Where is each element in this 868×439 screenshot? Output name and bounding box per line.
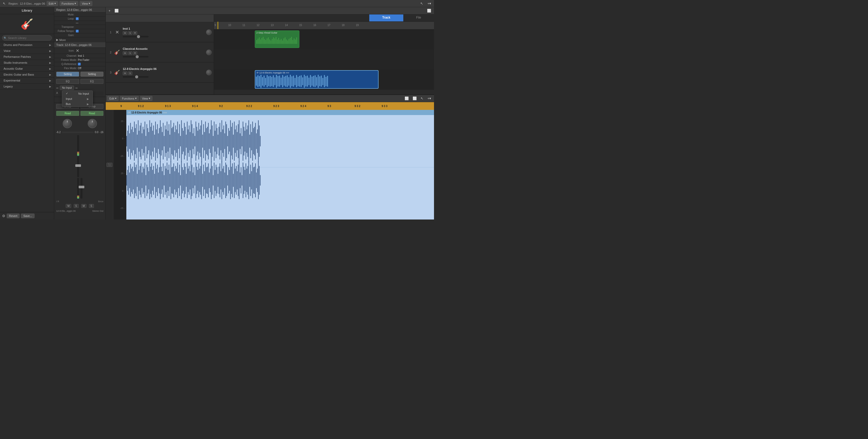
dropdown-item-input[interactable]: Input ▶ bbox=[62, 96, 93, 101]
region-arpeggio-track[interactable]: ⟳ 12-8 Electric Arpeggio 06 ∞∞ bbox=[255, 70, 378, 89]
no-input-dropdown[interactable]: No Input bbox=[60, 86, 74, 90]
s-btn-2[interactable]: S bbox=[89, 204, 94, 208]
arrow-tool-btn[interactable]: ↖ bbox=[2, 1, 7, 6]
library-search-area bbox=[0, 34, 54, 42]
svg-rect-11 bbox=[271, 40, 271, 44]
svg-rect-254 bbox=[159, 167, 160, 193]
record-btn-2[interactable]: R bbox=[133, 51, 137, 55]
solo-btn-2[interactable]: S bbox=[128, 51, 132, 55]
record-btn-1[interactable]: R bbox=[133, 31, 137, 35]
region-2step-guitar[interactable]: 2-Step Ahead Guitar bbox=[255, 30, 300, 48]
m-btn-1[interactable]: M bbox=[66, 204, 71, 208]
fader-track-2[interactable] bbox=[81, 178, 83, 198]
svg-rect-39 bbox=[267, 75, 268, 87]
read-btn-2[interactable]: Read bbox=[81, 111, 103, 116]
library-item-electric[interactable]: Electric Guitar and Bass ▶ bbox=[0, 72, 54, 77]
svg-rect-172 bbox=[216, 124, 216, 158]
search-input[interactable] bbox=[2, 35, 52, 40]
fader-knob-1[interactable] bbox=[137, 35, 140, 38]
follow-tempo-checkbox[interactable]: ✓ bbox=[76, 30, 79, 32]
audio-functions-btn[interactable]: Functions ▾ bbox=[120, 96, 139, 101]
add-tool-btn[interactable]: +▾ bbox=[426, 1, 432, 6]
library-item-legacy[interactable]: Legacy ▶ bbox=[0, 84, 54, 90]
svg-rect-302 bbox=[205, 162, 206, 198]
edit-btn[interactable]: Edit ▾ bbox=[47, 1, 58, 6]
revert-btn[interactable]: Revert bbox=[7, 214, 20, 218]
library-item-acoustic[interactable]: Acoustic Guitar ▶ bbox=[0, 66, 54, 72]
svg-rect-289 bbox=[193, 173, 193, 188]
s-btn-1[interactable]: S bbox=[74, 204, 79, 208]
audio-view-btn[interactable]: View ▾ bbox=[140, 96, 153, 101]
region-header: Region: 12-8 Elec...eggio 06 bbox=[54, 7, 105, 13]
aspect-btn[interactable]: ⬜ bbox=[426, 8, 432, 13]
mute-btn-2[interactable]: M bbox=[123, 51, 127, 55]
library-item-experimental[interactable]: Experimental ▶ bbox=[0, 77, 54, 84]
svg-rect-83 bbox=[130, 123, 131, 159]
fader-2[interactable] bbox=[123, 56, 149, 58]
audio-edit-btn[interactable]: Edit ▾ bbox=[107, 96, 119, 101]
audio-editor-toolbar: Edit ▾ Functions ▾ View ▾ ⬜ ⬜ ↖ +▾ bbox=[106, 95, 434, 102]
eq-btn-2[interactable]: EQ bbox=[81, 79, 103, 84]
setting-btn-2[interactable]: Setting bbox=[81, 72, 103, 76]
svg-rect-148 bbox=[193, 133, 193, 149]
library-item-voice[interactable]: Voice ▶ bbox=[0, 48, 54, 54]
library-item-studio[interactable]: Studio Instruments ▶ bbox=[0, 60, 54, 66]
media-btn[interactable]: ⬜ bbox=[113, 8, 120, 13]
svg-rect-343 bbox=[245, 170, 245, 191]
svg-rect-290 bbox=[194, 167, 194, 193]
view-btn[interactable]: View ▾ bbox=[80, 1, 92, 6]
ruler-mark-933: 9 3 3 bbox=[382, 105, 387, 107]
db-label-2: 0.0 bbox=[95, 131, 98, 134]
track-canvas-area: Track File 9 10 11 12 13 bbox=[214, 14, 434, 94]
fader-3[interactable] bbox=[123, 76, 149, 77]
expand-track-btn[interactable]: ⬛ bbox=[106, 163, 113, 167]
icon-row: Icon: ✕ bbox=[54, 48, 105, 54]
setting-btn-1[interactable]: Setting bbox=[56, 72, 79, 76]
pan-knob-2[interactable] bbox=[88, 119, 97, 128]
library-item-performance[interactable]: Performance Patches ▶ bbox=[0, 54, 54, 60]
fader-knob-2[interactable] bbox=[136, 55, 139, 58]
svg-rect-190 bbox=[233, 135, 234, 148]
pointer-tool-btn[interactable]: ↖ bbox=[419, 1, 425, 6]
pan-knob-1[interactable] bbox=[63, 119, 72, 128]
save-btn[interactable]: Save... bbox=[21, 214, 34, 218]
fader-knob-3[interactable] bbox=[135, 75, 138, 79]
read-btn-1[interactable]: Read bbox=[56, 111, 79, 116]
eq-btn-1[interactable]: EQ bbox=[56, 79, 79, 84]
audio-add-btn[interactable]: +▾ bbox=[426, 96, 432, 101]
fader-thumb-2[interactable] bbox=[79, 186, 84, 188]
qref-checkbox[interactable]: ✓ bbox=[78, 63, 81, 65]
audio-pointer-btn[interactable]: ↖ bbox=[419, 96, 425, 101]
more-button[interactable]: ▶ More bbox=[54, 37, 105, 42]
gear-btn[interactable]: ⚙ bbox=[2, 214, 5, 218]
volume-knob-3[interactable] bbox=[206, 70, 212, 75]
mute-btn-1[interactable]: M bbox=[123, 31, 127, 35]
playhead[interactable] bbox=[218, 22, 218, 29]
svg-rect-262 bbox=[167, 162, 167, 198]
solo-btn-1[interactable]: S bbox=[128, 31, 132, 35]
file-tab[interactable]: File bbox=[403, 14, 434, 22]
svg-rect-95 bbox=[142, 133, 142, 149]
dropdown-item-bus[interactable]: Bus ▶ bbox=[62, 101, 93, 106]
fader-1[interactable] bbox=[123, 36, 149, 37]
library-item-drums[interactable]: Drums and Percussion ▶ bbox=[0, 42, 54, 48]
audio-loop-btn[interactable]: ⬜ bbox=[403, 96, 410, 101]
svg-rect-266 bbox=[170, 161, 171, 199]
fader-thumb-1[interactable] bbox=[75, 164, 81, 167]
mute-btn-3[interactable]: M bbox=[123, 71, 127, 75]
add-track-btn[interactable]: + bbox=[107, 8, 112, 13]
functions-btn[interactable]: Functions ▾ bbox=[60, 1, 79, 6]
svg-rect-107 bbox=[153, 126, 154, 157]
svg-rect-283 bbox=[187, 162, 187, 198]
audio-cursor-btn[interactable]: ⬜ bbox=[411, 96, 418, 101]
loop-checkbox[interactable]: ✓ bbox=[76, 17, 79, 20]
solo-btn-3[interactable]: S bbox=[128, 71, 132, 75]
volume-knob-1[interactable] bbox=[206, 29, 212, 35]
fader-track-1[interactable] bbox=[77, 157, 79, 177]
volume-knob-2[interactable] bbox=[206, 50, 212, 55]
track-tab[interactable]: Track bbox=[369, 14, 403, 22]
svg-rect-359 bbox=[260, 175, 260, 186]
m-btn-2[interactable]: M bbox=[81, 204, 86, 208]
svg-rect-8 bbox=[267, 38, 268, 44]
dropdown-item-no-input[interactable]: No Input bbox=[62, 91, 93, 96]
